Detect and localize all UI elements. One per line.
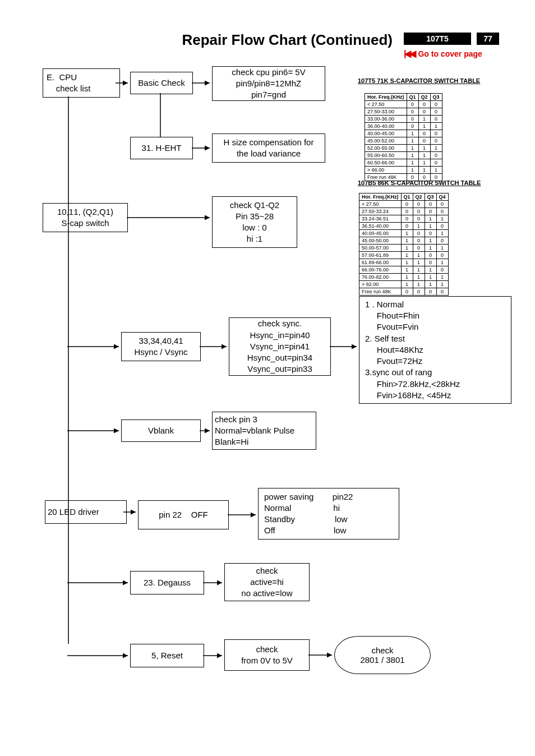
terminator-check-2801: check 2801 / 3801 bbox=[334, 636, 431, 674]
box-hsync-vsync: 33,34,40,41 Hsync / Vsync bbox=[121, 332, 201, 361]
page-number-badge: 77 bbox=[477, 33, 499, 45]
box-power-saving: power saving pin22 Normal hi Standby low… bbox=[258, 488, 399, 540]
model-badge: 107T5 bbox=[404, 33, 471, 45]
box-h-eht: 31. H-EHT bbox=[130, 137, 193, 159]
cover-link-label: Go to cover page bbox=[418, 49, 482, 58]
box-vblank: Vblank bbox=[121, 420, 201, 442]
box-basic-check: Basic Check bbox=[130, 72, 193, 94]
box-e-cpu: E. CPU check list bbox=[43, 68, 120, 98]
table-title-71k: 107T5 71K S-CAPACITOR SWITCH TABLE bbox=[358, 77, 480, 84]
table-title-86k: 107B5 86K S-CAPACITOR SWITCH TABLE bbox=[358, 179, 481, 186]
box-h-size: H size compensation for the load varianc… bbox=[212, 133, 325, 163]
box-reset: 5, Reset bbox=[130, 644, 204, 667]
box-cpu-pins: check cpu pin6= 5V pin9/pin8=12MhZ pin7=… bbox=[212, 66, 325, 101]
box-degauss: 23. Degauss bbox=[130, 571, 204, 594]
box-led-driver: 20 LED driver bbox=[45, 500, 127, 524]
box-check-sync: check sync. Hsync_in=pin40 Vsync_in=pin4… bbox=[229, 317, 331, 376]
box-q1q2: check Q1-Q2 Pin 35~28 low : 0 hi :1 bbox=[212, 196, 297, 248]
box-vblank-check: check pin 3 Normal=vblank Pulse Blank=Hi bbox=[212, 412, 316, 450]
table-71k: Hor. Freq.(KHz)Q1Q2Q3< 27.5000027.50-33.… bbox=[365, 93, 442, 181]
box-reset-check: check from 0V to 5V bbox=[224, 639, 310, 671]
box-pin22: pin 22 OFF bbox=[138, 500, 229, 529]
go-to-cover-link[interactable]: |◀◀ Go to cover page bbox=[404, 48, 482, 59]
page-title: Repair Flow Chart (Continued) bbox=[0, 31, 393, 49]
rewind-icon: |◀◀ bbox=[404, 48, 414, 59]
box-degauss-check: check active=hi no active=low bbox=[224, 563, 310, 601]
box-scap-switch: 10,11, (Q2,Q1) S-cap switch bbox=[43, 203, 128, 232]
box-sync-states: 1 . Normal Fhout=Fhin Fvout=Fvin 2. Self… bbox=[359, 296, 511, 404]
table-86k: Hor. Freq.(KHz)Q1Q2Q3Q4< 27.50000027.50-… bbox=[359, 193, 449, 296]
page: Repair Flow Chart (Continued) 107T5 77 |… bbox=[0, 0, 535, 756]
